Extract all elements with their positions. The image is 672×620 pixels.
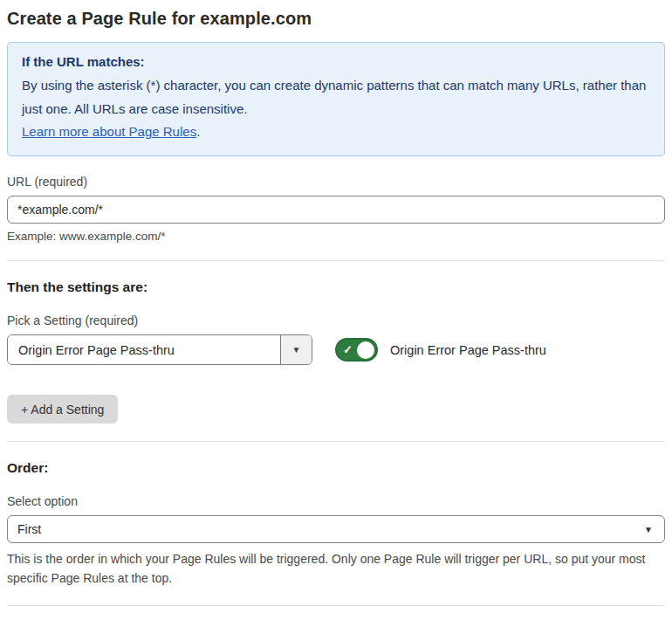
learn-more-link[interactable]: Learn more about Page Rules — [22, 124, 196, 139]
order-select-label: Select option — [7, 494, 665, 508]
settings-section-heading: Then the settings are: — [7, 279, 665, 295]
order-select-value: First — [17, 522, 41, 536]
chevron-down-icon: ▼ — [644, 525, 653, 534]
pick-setting-label: Pick a Setting (required) — [7, 313, 665, 327]
divider — [7, 260, 665, 261]
divider — [7, 441, 665, 442]
url-match-info-box: If the URL matches: By using the asteris… — [7, 42, 665, 156]
divider — [7, 605, 665, 606]
info-link-line: Learn more about Page Rules. — [22, 121, 650, 143]
order-help-text: This is the order in which your Page Rul… — [7, 549, 657, 588]
info-box-body: By using the asterisk (*) character, you… — [22, 73, 650, 121]
info-box-heading: If the URL matches: — [22, 54, 650, 69]
create-page-rule-form: Create a Page Rule for example.com If th… — [0, 0, 672, 620]
url-field-label: URL (required) — [7, 175, 665, 189]
url-example-hint: Example: www.example.com/* — [7, 230, 665, 243]
order-section-heading: Order: — [7, 460, 665, 476]
chevron-down-icon[interactable]: ▼ — [280, 335, 312, 364]
check-icon: ✓ — [343, 344, 353, 355]
url-input[interactable] — [7, 196, 665, 224]
page-title: Create a Page Rule for example.com — [7, 9, 665, 29]
add-setting-button[interactable]: + Add a Setting — [7, 395, 118, 424]
setting-row: Origin Error Page Pass-thru ▼ ✓ Origin E… — [7, 334, 665, 365]
toggle-label: Origin Error Page Pass-thru — [390, 343, 546, 357]
setting-toggle-on[interactable]: ✓ — [335, 338, 378, 362]
setting-dropdown-value: Origin Error Page Pass-thru — [8, 335, 280, 364]
order-select[interactable]: First ▼ — [7, 515, 665, 543]
link-suffix: . — [196, 124, 200, 139]
toggle-knob — [357, 341, 374, 359]
setting-dropdown[interactable]: Origin Error Page Pass-thru ▼ — [7, 334, 312, 365]
